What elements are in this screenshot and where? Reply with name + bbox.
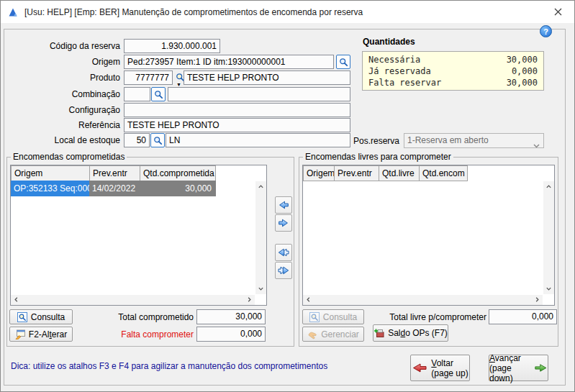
committed-row-qtd-cell[interactable]: 30,000 (140, 181, 216, 196)
scroll-right-icon[interactable] (244, 294, 255, 305)
combinacao-label: Combinação (8, 87, 120, 101)
search-icon (153, 136, 163, 145)
consulta-label: Consulta (323, 312, 357, 322)
produto-code-field[interactable]: 7777777 (124, 70, 173, 85)
chevron-down-icon (533, 139, 540, 152)
quantidades-row-necessaria: Necessária 30,000 (368, 54, 538, 65)
produto-label: Produto (8, 70, 120, 85)
total-livre-label: Total livre p/comprometer (368, 310, 486, 324)
committed-col-qtd[interactable]: Qtd.comprometida (140, 165, 216, 181)
arrow-right-icon (278, 217, 289, 229)
search-icon (17, 312, 27, 322)
pos-reserva-value: 1-Reserva em aberto (407, 135, 489, 145)
double-arrow-left-icon (278, 247, 289, 258)
avancar-label: Avançar (489, 353, 521, 363)
combinacao-desc-field[interactable] (168, 87, 350, 101)
quantidades-row-ja-reservada: Já reservada 0,000 (368, 65, 538, 77)
committed-group-title: Encomendas comprometidas (11, 152, 127, 162)
double-arrow-right-icon (278, 265, 289, 276)
f2-alterar-button[interactable]: F2-Alterar (9, 327, 73, 342)
search-icon (339, 58, 348, 67)
pos-reserva-label: Pos.reserva (317, 134, 399, 148)
origem-label: Origem (8, 55, 120, 69)
free-col-prev-entr[interactable]: Prev.entr (334, 165, 379, 181)
referencia-field[interactable]: TESTE HELP PRONTO (124, 118, 350, 132)
commit-all-button[interactable] (275, 244, 292, 261)
free-group-title: Encomendas livres para comprometer (303, 152, 453, 162)
free-grid (302, 165, 555, 306)
free-col-qtd-encom[interactable]: Qtd.encom (419, 165, 468, 181)
pos-reserva-combobox: 1-Reserva em aberto (404, 133, 544, 148)
free-vertical-scrollbar[interactable] (543, 181, 554, 294)
arrow-right-green-icon (535, 363, 548, 373)
total-livre-field: 0,000 (489, 309, 557, 324)
f2-alterar-label: F2-Alterar (29, 329, 67, 339)
edit-form-icon (15, 329, 25, 339)
quantidades-panel: Necessária 30,000 Já reservada 0,000 Fal… (362, 51, 544, 91)
arrow-left-icon (278, 199, 289, 211)
scroll-up-icon[interactable] (255, 181, 266, 192)
help-icon[interactable]: ? (540, 25, 552, 37)
free-horizontal-scrollbar[interactable] (303, 295, 543, 305)
hint-text: Dica: utilize os atalhos F3 e F4 para ag… (11, 361, 327, 371)
configuracao-field[interactable] (124, 103, 350, 117)
voltar-label: Voltar (431, 358, 453, 368)
search-icon (309, 312, 320, 322)
free-consulta-button: Consulta (302, 309, 364, 324)
consulta-label: Consulta (31, 312, 65, 322)
origem-lookup-button[interactable] (336, 55, 350, 69)
committed-col-origem[interactable]: Origem (11, 165, 90, 181)
avancar-button[interactable]: Avançar (page down) (489, 355, 548, 381)
committed-row-prev-entr-cell[interactable]: 14/02/2022 (89, 181, 140, 196)
search-icon (154, 90, 163, 99)
produto-dropdown-icon[interactable]: ▼ (176, 82, 181, 87)
committed-row-origem-cell[interactable]: OP:352133 Seq:000 (11, 181, 90, 196)
scroll-left-icon[interactable] (303, 294, 314, 305)
committed-vertical-scrollbar[interactable] (255, 181, 266, 294)
necessaria-value: 30,000 (507, 54, 538, 65)
committed-consulta-button[interactable]: Consulta (9, 309, 73, 324)
ja-reservada-value: 0,000 (512, 65, 538, 77)
committed-horizontal-scrollbar[interactable] (11, 295, 255, 305)
voltar-button[interactable]: Voltar (page up) (410, 355, 470, 381)
codigo-reserva-field[interactable]: 1.930.000.001 (124, 39, 220, 53)
local-estoque-lookup-button[interactable] (150, 133, 165, 147)
commit-one-button[interactable] (275, 196, 292, 214)
free-col-origem[interactable]: Origem (303, 165, 335, 181)
referencia-label: Referência (8, 118, 120, 132)
scroll-down-icon[interactable] (543, 283, 554, 294)
necessaria-label: Necessária (368, 54, 420, 65)
local-estoque-label: Local de estoque (8, 133, 120, 147)
falta-reservar-label: Falta reservar (368, 77, 441, 88)
configuracao-label: Configuração (8, 103, 120, 117)
total-comprometido-field: 30,000 (196, 309, 266, 324)
falta-comprometer-label: Falta comprometer (80, 327, 194, 342)
ja-reservada-label: Já reservada (368, 65, 431, 77)
falta-reservar-value: 30,000 (507, 77, 538, 88)
title-bar: [Usu: HELP] [Emp: BER] Manutenção de com… (1, 1, 574, 23)
scroll-right-icon[interactable] (532, 294, 543, 305)
gerenciar-button: Gerenciar (302, 327, 364, 342)
produto-desc-field[interactable]: TESTE HELP PRONTO (184, 70, 350, 85)
total-comprometido-label: Total comprometido (80, 310, 194, 324)
voltar-sublabel: (page up) (431, 368, 468, 378)
codigo-reserva-label: Código da reserva (8, 39, 120, 53)
scroll-down-icon[interactable] (255, 283, 266, 294)
scroll-up-icon[interactable] (543, 181, 554, 192)
saldo-ops-label: Saldo OPs (F7) (388, 328, 448, 338)
uncommit-one-button[interactable] (275, 214, 292, 232)
close-icon (554, 8, 562, 16)
scroll-left-icon[interactable] (11, 294, 22, 305)
close-button[interactable] (541, 1, 574, 23)
arrow-left-red-icon (412, 363, 427, 373)
combinacao-code-field[interactable] (124, 87, 150, 101)
combinacao-lookup-button[interactable] (151, 87, 166, 101)
dialog-window: [Usu: HELP] [Emp: BER] Manutenção de com… (0, 0, 575, 392)
committed-col-prev-entr[interactable]: Prev.entr (89, 165, 140, 181)
origem-field[interactable]: Ped:273957 Item:1 ID itm:193000000001 (124, 55, 334, 69)
quantidades-row-falta-reservar: Falta reservar 30,000 (368, 77, 538, 88)
free-col-qtd-livre[interactable]: Qtd.livre (379, 165, 420, 181)
uncommit-all-button[interactable] (275, 262, 292, 279)
local-estoque-code-field[interactable]: 50 (124, 133, 150, 147)
saldo-ops-button[interactable]: Saldo OPs (F7) (373, 324, 448, 342)
